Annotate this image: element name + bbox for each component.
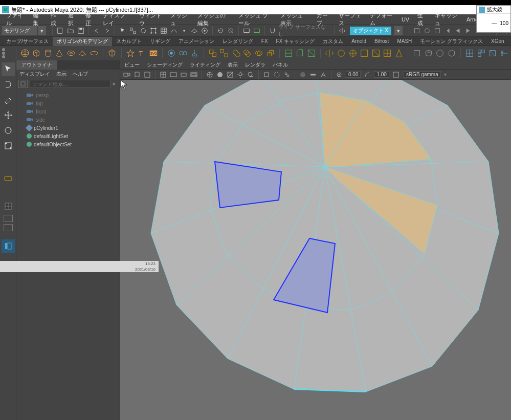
vp-aa-icon[interactable]: [319, 70, 328, 79]
symmetry-mode-label[interactable]: オブジェクト X: [350, 27, 391, 35]
vp-exposure-icon[interactable]: [335, 70, 344, 79]
vp-xray-icon[interactable]: [272, 70, 281, 79]
poly-type-icon[interactable]: T: [137, 48, 147, 58]
menu-display[interactable]: ディスプレイ: [99, 11, 135, 28]
select-hier-icon[interactable]: [128, 26, 138, 35]
shelf-tab-mash[interactable]: MASH: [393, 37, 416, 45]
menu-modify[interactable]: 修正: [81, 11, 99, 28]
shelf-tab-mograph[interactable]: モーション グラフィックス: [416, 37, 487, 46]
outliner-node-top[interactable]: top: [16, 99, 120, 107]
open-scene-icon[interactable]: [66, 26, 75, 35]
poly-sphere-icon[interactable]: [20, 48, 30, 58]
history-off-icon[interactable]: [226, 26, 235, 35]
scale-tool-icon[interactable]: [2, 139, 15, 152]
outliner-node-side[interactable]: side: [16, 116, 120, 124]
vp-bookmark-icon[interactable]: [132, 70, 142, 79]
quadrangulate-icon[interactable]: [383, 48, 392, 58]
undo-icon[interactable]: [92, 26, 101, 35]
extrude-icon[interactable]: [265, 48, 275, 58]
shelf-tab-curves[interactable]: カーブ/サーフェス: [2, 37, 53, 46]
view-toggle-icon[interactable]: [2, 200, 15, 213]
redo-icon[interactable]: [102, 26, 112, 35]
outliner-node-lightset[interactable]: defaultLightSet: [16, 132, 120, 140]
playback-fwd-icon[interactable]: [463, 26, 473, 35]
paint-select-tool-icon[interactable]: [2, 93, 15, 106]
poly-cylinder-icon[interactable]: [43, 48, 53, 58]
poly-torus-icon[interactable]: [66, 48, 76, 58]
bridge-icon[interactable]: [284, 48, 294, 58]
vp-colorspace-dropdown[interactable]: sRGB gamma: [404, 71, 441, 78]
bool-diff-icon[interactable]: [242, 48, 252, 58]
triangulate-icon[interactable]: [371, 48, 381, 58]
shelf-tab-arnold[interactable]: Arnold: [347, 37, 370, 45]
magnifier-titlebar[interactable]: 拡大鏡: [477, 6, 510, 14]
vp-cam-select-icon[interactable]: [122, 70, 131, 79]
vp-film-gate-icon[interactable]: [179, 70, 188, 79]
vp-menu-lighting[interactable]: ライティング: [190, 61, 220, 69]
vp-menu-renderer[interactable]: レンダラ: [245, 61, 265, 69]
uv-cyl-icon[interactable]: [424, 48, 433, 58]
uv-editor-icon[interactable]: [465, 48, 475, 58]
snap-live-icon[interactable]: [200, 26, 209, 35]
vp-shadows-icon[interactable]: [246, 70, 255, 79]
multicut-icon[interactable]: [307, 48, 317, 58]
save-scene-icon[interactable]: [76, 26, 85, 35]
playback-rev-icon[interactable]: [453, 26, 462, 35]
menu-surfaces[interactable]: サーフェス: [335, 11, 366, 28]
menu-create[interactable]: 作成: [47, 11, 64, 28]
bevel-icon[interactable]: [295, 48, 305, 58]
snap-point-icon[interactable]: [180, 26, 189, 35]
magnet-icon[interactable]: [268, 26, 277, 35]
poly-disc-icon[interactable]: [90, 48, 99, 58]
uv-unfold-icon[interactable]: [488, 48, 498, 58]
viewport-3d[interactable]: シンメトリ: オブジェクト X: [120, 80, 511, 420]
shelf-tab-polymodel[interactable]: ポリゴンのモデリング: [53, 37, 112, 46]
toolbar-misc-icon[interactable]: [433, 26, 442, 35]
vp-menu-view[interactable]: ビュー: [124, 61, 140, 69]
last-tool-icon[interactable]: [2, 172, 15, 185]
vp-motion-blur-icon[interactable]: [308, 70, 318, 79]
playback-start-icon[interactable]: [443, 26, 452, 35]
new-scene-icon[interactable]: [56, 26, 65, 35]
outliner-node-objectset[interactable]: defaultObjectSet: [16, 140, 120, 148]
menu-generate[interactable]: 生成: [413, 11, 431, 28]
vp-gate-icon[interactable]: [169, 70, 178, 79]
menu-select[interactable]: 選択: [64, 11, 81, 28]
lasso-tool-icon[interactable]: [2, 78, 15, 91]
outliner-node-persp[interactable]: persp: [16, 91, 120, 99]
snap-plane-icon[interactable]: [190, 26, 199, 35]
vp-shaded-icon[interactable]: [215, 70, 225, 79]
menu-edit-mesh[interactable]: メッシュの編集: [193, 11, 234, 28]
vp-ao-icon[interactable]: [298, 70, 307, 79]
outliner-menu-show[interactable]: 表示: [56, 71, 66, 78]
select-comp-icon[interactable]: [149, 26, 158, 35]
vp-gamma-icon[interactable]: [363, 70, 372, 79]
select-icon[interactable]: [118, 26, 127, 35]
outliner-node-front[interactable]: front: [16, 107, 120, 116]
symmetry-dropdown-arrow-icon[interactable]: ▾: [394, 26, 403, 35]
vp-textured-icon[interactable]: [226, 70, 235, 79]
layout-split-h-icon[interactable]: [4, 215, 13, 222]
poly-cone-icon[interactable]: [55, 48, 64, 58]
shelf-tab-sculpt[interactable]: スカルプト: [112, 37, 146, 46]
xyz-icon[interactable]: 0,0,0: [190, 48, 199, 58]
vp-image-plane-icon[interactable]: [143, 70, 152, 79]
shelf-tab-rendering[interactable]: レンダリング: [218, 37, 257, 46]
menu-deform[interactable]: デフォーム: [366, 11, 397, 28]
vp-colorspace-icon[interactable]: [391, 70, 401, 79]
magnifier-window[interactable]: 拡大鏡 — 100: [476, 5, 511, 33]
vp-gamma-value[interactable]: 1.00: [374, 71, 389, 78]
search-scope-icon[interactable]: [18, 80, 28, 88]
select-tool-icon[interactable]: [2, 62, 15, 76]
workspace-dropdown[interactable]: モデリング: [2, 26, 37, 35]
shelf-tab-rigging[interactable]: リギング: [146, 37, 174, 46]
outliner-menu-display[interactable]: ディスプレイ: [19, 71, 50, 78]
menu-file[interactable]: ファイル: [2, 11, 29, 28]
outliner-node-mesh[interactable]: pCylinder1: [16, 124, 120, 132]
shelf-tab-animation[interactable]: アニメーション: [174, 37, 218, 46]
toolbar-misc-icon[interactable]: [423, 26, 432, 35]
menu-mesh-tools[interactable]: メッシュ ツール: [234, 11, 276, 28]
menu-uv[interactable]: UV: [397, 15, 413, 24]
poly-plane-icon[interactable]: [78, 48, 87, 58]
smooth-icon[interactable]: [337, 48, 346, 58]
